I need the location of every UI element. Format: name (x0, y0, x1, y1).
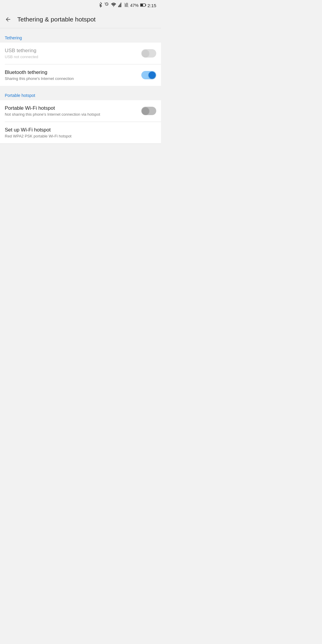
tethering-section-header: Tethering (0, 31, 161, 43)
usb-tethering-toggle[interactable] (141, 49, 156, 58)
page-title: Tethering & portable hotspot (17, 16, 96, 23)
usb-tethering-text: USB tethering USB not connected (5, 48, 141, 59)
section-gap-middle (0, 86, 161, 88)
nosim-icon (124, 2, 129, 9)
wifi-hotspot-toggle-knob (142, 107, 149, 114)
wifi-hotspot-subtitle: Not sharing this phone's Internet connec… (5, 112, 141, 117)
bluetooth-tethering-row[interactable]: Bluetooth tethering Sharing this phone's… (0, 64, 161, 86)
alarm-icon (104, 2, 109, 9)
wifi-hotspot-row[interactable]: Portable Wi-Fi hotspot Not sharing this … (0, 100, 161, 122)
battery-icon (140, 3, 146, 8)
usb-tethering-section: USB tethering USB not connected Bluetoot… (0, 43, 161, 86)
hotspot-section: Portable Wi-Fi hotspot Not sharing this … (0, 100, 161, 143)
bluetooth-tethering-text: Bluetooth tethering Sharing this phone's… (5, 69, 141, 81)
svg-rect-1 (145, 4, 146, 6)
bottom-divider (0, 143, 161, 144)
portable-hotspot-section-header: Portable hotspot (0, 88, 161, 100)
setup-hotspot-row[interactable]: Set up Wi-Fi hotspot Red WPA2 PSK portab… (0, 122, 161, 143)
setup-hotspot-title: Set up Wi-Fi hotspot (5, 127, 156, 133)
battery-percent: 47% (130, 3, 139, 8)
status-bar: 47% 2:15 (0, 0, 161, 11)
status-icons: 47% 2:15 (98, 2, 156, 9)
usb-tethering-subtitle: USB not connected (5, 55, 141, 59)
setup-hotspot-subtitle: Red WPA2 PSK portable Wi-Fi hotspot (5, 134, 156, 138)
top-bar: Tethering & portable hotspot (0, 11, 161, 28)
wifi-icon (111, 3, 116, 8)
status-time: 2:15 (148, 3, 156, 8)
bluetooth-tethering-toggle-knob (148, 72, 156, 79)
svg-rect-2 (140, 4, 143, 6)
bluetooth-tethering-title: Bluetooth tethering (5, 69, 141, 75)
back-button[interactable] (5, 16, 11, 23)
usb-tethering-row[interactable]: USB tethering USB not connected (0, 43, 161, 64)
wifi-hotspot-text: Portable Wi-Fi hotspot Not sharing this … (5, 105, 141, 117)
wifi-hotspot-title: Portable Wi-Fi hotspot (5, 105, 141, 111)
bluetooth-tethering-subtitle: Sharing this phone's Internet connection (5, 76, 141, 81)
section-gap-top (0, 28, 161, 31)
bluetooth-icon (98, 2, 103, 9)
bluetooth-tethering-toggle[interactable] (141, 71, 156, 79)
wifi-hotspot-toggle[interactable] (141, 107, 156, 115)
signal-icon (118, 2, 123, 9)
usb-tethering-toggle-knob (142, 50, 149, 57)
setup-hotspot-text: Set up Wi-Fi hotspot Red WPA2 PSK portab… (5, 127, 156, 138)
usb-tethering-title: USB tethering (5, 48, 141, 54)
